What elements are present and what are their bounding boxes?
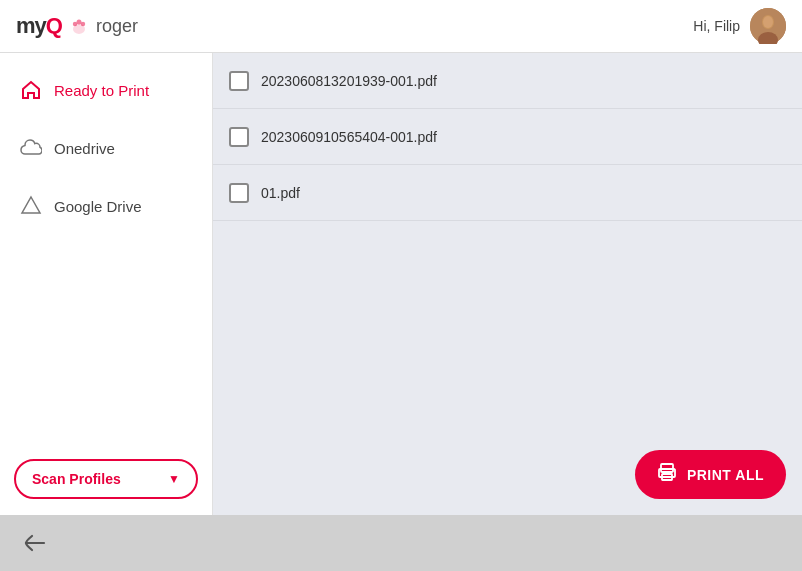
svg-point-1 — [73, 22, 77, 26]
file-checkbox-2[interactable] — [229, 127, 249, 147]
home-icon — [20, 79, 42, 101]
sidebar-label-onedrive: Onedrive — [54, 140, 115, 157]
svg-marker-8 — [22, 197, 40, 213]
cloud-icon — [20, 137, 42, 159]
file-name-1: 2023060813201939-001.pdf — [261, 73, 786, 89]
file-row-selected: 01.pdf Delete — [213, 165, 802, 221]
sidebar-item-google-drive[interactable]: Google Drive — [0, 177, 212, 235]
sidebar-nav: Ready to Print Onedrive Google Dri — [0, 53, 212, 235]
sidebar-item-ready-to-print[interactable]: Ready to Print — [0, 61, 212, 119]
file-checkbox-1[interactable] — [229, 71, 249, 91]
file-row: 2023060910565404-001.pdf — [213, 109, 802, 165]
user-greeting: Hi, Filip — [693, 18, 740, 34]
avatar — [750, 8, 786, 44]
logo-q: Q — [46, 13, 62, 38]
file-row: 2023060813201939-001.pdf — [213, 53, 802, 109]
back-button[interactable] — [20, 528, 50, 558]
scan-profiles-label: Scan Profiles — [32, 471, 121, 487]
print-all-button[interactable]: PRINT ALL — [635, 450, 786, 499]
google-drive-icon — [20, 195, 42, 217]
logo-roger: roger — [96, 16, 138, 37]
logo: myQ roger — [16, 13, 138, 39]
printer-icon — [657, 462, 677, 487]
sidebar-label-ready-to-print: Ready to Print — [54, 82, 149, 99]
print-all-label: PRINT ALL — [687, 467, 764, 483]
svg-point-7 — [763, 16, 773, 28]
sidebar: Ready to Print Onedrive Google Dri — [0, 53, 213, 515]
content-area: 2023060813201939-001.pdf 202306091056540… — [213, 53, 802, 515]
file-checkbox-3[interactable] — [229, 183, 249, 203]
user-area: Hi, Filip — [693, 8, 786, 44]
scan-profiles-button[interactable]: Scan Profiles ▼ — [14, 459, 198, 499]
avatar-image — [750, 8, 786, 44]
bottom-bar — [0, 515, 802, 571]
chevron-down-icon: ▼ — [168, 472, 180, 486]
svg-point-2 — [81, 22, 85, 26]
logo-myq: myQ — [16, 13, 62, 39]
svg-point-3 — [76, 20, 81, 25]
sidebar-label-google-drive: Google Drive — [54, 198, 142, 215]
file-name-3: 01.pdf — [261, 185, 786, 201]
svg-rect-9 — [661, 464, 673, 472]
file-name-2: 2023060910565404-001.pdf — [261, 129, 786, 145]
main-layout: Ready to Print Onedrive Google Dri — [0, 53, 802, 515]
sidebar-item-onedrive[interactable]: Onedrive — [0, 119, 212, 177]
file-list: 2023060813201939-001.pdf 202306091056540… — [213, 53, 802, 221]
app-header: myQ roger Hi, Filip — [0, 0, 802, 53]
paw-icon — [68, 15, 90, 37]
